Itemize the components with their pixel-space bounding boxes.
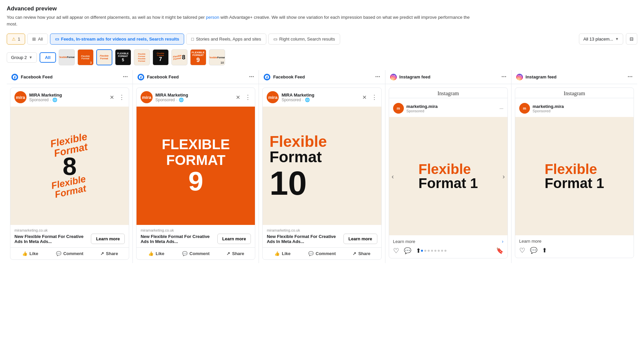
- group-label: Group 2: [11, 55, 27, 60]
- dropdown-label: All 13 placem...: [583, 37, 613, 42]
- feed-menu-3[interactable]: ···: [375, 73, 380, 80]
- feed-menu-2[interactable]: ···: [249, 73, 254, 80]
- ad-identity-3: MIRA Marketing Sponsored · 🌐: [281, 93, 314, 102]
- ad-name-3: MIRA Marketing: [281, 93, 314, 98]
- learn-more-button-3[interactable]: Learn more: [343, 234, 377, 244]
- ad-identity-1: MIRA Marketing Sponsored · 🌐: [29, 93, 62, 102]
- filter-button[interactable]: ⊟: [626, 33, 637, 45]
- ad-menu-icon-2[interactable]: ⋮: [245, 94, 251, 101]
- carousel-dot-1-active: [421, 250, 423, 252]
- feed-column-2: Facebook Feed ··· mira MIRA Marketing Sp…: [133, 70, 259, 263]
- heart-icon-2[interactable]: ♡: [519, 246, 525, 254]
- comment-button-1[interactable]: 💬 Comment: [50, 248, 90, 259]
- format-thumb-10[interactable]: Flexible Format 10: [209, 49, 225, 65]
- send-icon-1[interactable]: ⬆: [416, 247, 421, 254]
- comment-label-3: Comment: [316, 251, 336, 256]
- comment-button-3[interactable]: 💬 Comment: [302, 248, 342, 259]
- send-icon-2[interactable]: ⬆: [542, 247, 547, 254]
- format-thumb-2[interactable]: Flexible Format: [59, 49, 75, 65]
- format-all-button[interactable]: All: [40, 52, 56, 63]
- carousel-dot-1-5: [434, 250, 436, 252]
- format-thumb-5[interactable]: FLEXIBLE FORMAT 5: [115, 49, 131, 65]
- ad-actions-3: 👍 Like 💬 Comment ↗ Share: [263, 247, 381, 259]
- ad-menu-icon-3[interactable]: ⋮: [371, 94, 377, 101]
- share-button-1[interactable]: ↗ Share: [89, 248, 129, 259]
- ig-identity-1: marketing.mira Sponsored: [407, 104, 438, 113]
- close-icon-2[interactable]: ✕: [236, 94, 240, 101]
- format-thumb-3[interactable]: Flexible Format 3: [77, 49, 94, 65]
- tab-warning[interactable]: ⚠ 1: [7, 34, 25, 45]
- ig-learn-more-1[interactable]: Learn more: [393, 239, 415, 244]
- carousel-prev-arrow-1[interactable]: ‹: [392, 172, 394, 180]
- ig-cta-arrow-1[interactable]: ›: [502, 239, 503, 244]
- comment-icon: 💬: [56, 251, 61, 256]
- tab-right-column[interactable]: ▭ Right column, Search results: [268, 34, 340, 45]
- ad-footer-2: miramarketing.co.uk New Flexible Format …: [137, 225, 255, 247]
- heart-icon-1[interactable]: ♡: [393, 247, 399, 255]
- right-col-icon: ▭: [273, 37, 277, 42]
- ad-sponsored-2: Sponsored · 🌐: [155, 98, 188, 102]
- ig-account-2: marketing.mira: [533, 104, 564, 109]
- ig-footer-2: Learn more ♡ 💬 ⬆: [515, 235, 634, 258]
- ig-card-meta-2: m marketing.mira Sponsored: [515, 98, 634, 117]
- tab-stories[interactable]: □ Stories and Reels, Apps and sites: [186, 34, 266, 45]
- comment-icon-2: 💬: [182, 251, 187, 256]
- format-thumb-4[interactable]: Flexible Format: [96, 49, 112, 65]
- ig-learn-more-2[interactable]: Learn more: [519, 239, 541, 244]
- feed-title-5: Instagram feed: [526, 74, 556, 79]
- comment-button-2[interactable]: 💬 Comment: [176, 248, 216, 259]
- like-label: Like: [30, 251, 38, 256]
- bookmark-icon-1[interactable]: 🔖: [496, 247, 503, 254]
- person-link[interactable]: person: [206, 15, 219, 20]
- ad-card-header-3: mira MIRA Marketing Sponsored · 🌐 ✕ ⋮: [263, 88, 381, 107]
- like-label-3: Like: [282, 251, 290, 256]
- ig-card-2: Instagram m marketing.mira Sponsored Fle…: [515, 87, 634, 258]
- like-button-1[interactable]: 👍 Like: [10, 248, 50, 259]
- ad-menu-icon-1[interactable]: ⋮: [119, 94, 125, 101]
- ig-avatar-row-2: m marketing.mira Sponsored: [519, 103, 630, 114]
- feed-header-2: Facebook Feed ···: [133, 70, 259, 84]
- share-button-2[interactable]: ↗ Share: [216, 248, 255, 259]
- format-thumb-9[interactable]: FLEXIBLE FORMAT 9: [190, 49, 206, 65]
- share-label-2: Share: [232, 251, 244, 256]
- ig-header-title-2: Instagram: [515, 88, 634, 98]
- like-button-2[interactable]: 👍 Like: [137, 248, 176, 259]
- ig-sponsored-1: Sponsored: [407, 109, 438, 113]
- ad-image-1: FlexibleFormat 8 FlexibleFormat: [10, 107, 129, 225]
- placement-dropdown[interactable]: All 13 placem... ▼: [579, 34, 623, 45]
- filter-icon: ⊟: [630, 36, 634, 42]
- header-desc-start: You can review how your ad will appear o…: [7, 15, 206, 20]
- ad-desc-2: New Flexible Format For Creative Ads In …: [141, 234, 217, 244]
- close-icon-3[interactable]: ✕: [362, 94, 367, 101]
- tab-feeds[interactable]: ▭ Feeds, In-stream ads for videos and re…: [50, 34, 184, 45]
- speech-bubble-icon-2[interactable]: 💬: [530, 247, 537, 254]
- ad-image-content-2: FLEXIBLEFORMAT 9: [155, 127, 236, 204]
- ad-card-header-2: mira MIRA Marketing Sponsored · 🌐 ✕ ⋮: [137, 88, 255, 107]
- feed-menu-5[interactable]: ···: [628, 73, 633, 80]
- like-button-3[interactable]: 👍 Like: [263, 248, 302, 259]
- instagram-wordmark-2: Instagram: [564, 90, 585, 96]
- ig-menu-icon-1[interactable]: ···: [499, 106, 503, 111]
- learn-more-button-2[interactable]: Learn more: [217, 234, 251, 244]
- carousel-next-arrow-1[interactable]: ›: [502, 172, 505, 180]
- share-icon: ↗: [100, 251, 104, 256]
- tab-all[interactable]: ⊞ All: [27, 34, 48, 45]
- share-icon-3: ↗: [353, 251, 356, 256]
- format-thumb-8[interactable]: FlexibleFormat 8: [171, 49, 187, 65]
- format-thumb-7[interactable]: Flexible Format 7: [153, 49, 169, 65]
- ad-sponsored-3: Sponsored · 🌐: [281, 98, 314, 102]
- carousel-dot-1-4: [431, 250, 433, 252]
- tab-controls: All 13 placem... ▼ ⊟: [579, 33, 637, 45]
- close-icon-1[interactable]: ✕: [110, 94, 114, 101]
- format-thumb-6[interactable]: Flexible Format Flexible Format: [134, 49, 150, 65]
- ad-sponsored-1: Sponsored · 🌐: [29, 98, 62, 102]
- speech-bubble-icon-1[interactable]: 💬: [404, 247, 411, 254]
- learn-more-button-1[interactable]: Learn more: [91, 234, 125, 244]
- group-dropdown[interactable]: Group 2 ▼: [7, 52, 37, 63]
- feed-menu-1[interactable]: ···: [123, 73, 128, 80]
- ad-cta-row-3: New Flexible Format For Creative Ads In …: [267, 234, 377, 244]
- feed-header-1: Facebook Feed ···: [7, 70, 132, 84]
- feed-menu-4[interactable]: ···: [501, 73, 506, 80]
- comment-label: Comment: [63, 251, 84, 256]
- share-button-3[interactable]: ↗ Share: [342, 248, 381, 259]
